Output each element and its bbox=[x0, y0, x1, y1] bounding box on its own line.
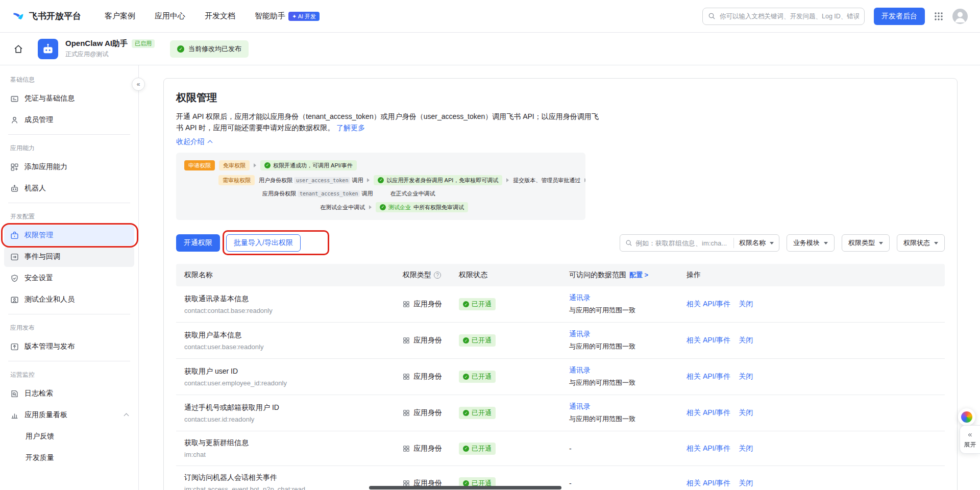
data-scope-cell: 通讯录 与应用的可用范围一致 bbox=[569, 293, 687, 315]
nav-item-dev-docs[interactable]: 开发文档 bbox=[205, 11, 235, 21]
sidebar-item-credentials[interactable]: 凭证与基础信息 bbox=[4, 88, 134, 109]
sidebar-item-label: 日志检索 bbox=[24, 389, 53, 398]
related-api-link[interactable]: 相关 API/事件 bbox=[687, 408, 730, 418]
sidebar-item-label: 事件与回调 bbox=[24, 252, 60, 261]
flow-arrow-icon bbox=[254, 163, 256, 167]
sidebar-item-events[interactable]: 事件与回调 bbox=[4, 247, 134, 267]
col-permission-type: 权限类型 ? bbox=[403, 271, 459, 280]
toolbar: 开通权限 批量导入/导出权限 bbox=[176, 234, 945, 252]
nav-item-ai-assistant[interactable]: 智能助手 ✦ AI 开发 bbox=[255, 11, 320, 21]
collapse-intro-link[interactable]: 收起介绍 bbox=[176, 137, 212, 146]
open-permission-button[interactable]: 开通权限 bbox=[176, 234, 220, 252]
nav-item-app-center[interactable]: 应用中心 bbox=[155, 11, 185, 21]
scope-desc: 与应用的可用范围一致 bbox=[569, 306, 687, 315]
flow-row: 应用身份权限 tenant_access_token 调用 在正式企业中调试 bbox=[184, 190, 577, 198]
sidebar-item-members[interactable]: 成员管理 bbox=[4, 110, 134, 130]
filter-type-select[interactable]: 权限类型 bbox=[842, 234, 890, 252]
check-circle-icon: ✓ bbox=[264, 162, 271, 168]
close-permission-link[interactable]: 关闭 bbox=[739, 444, 753, 453]
log-search-icon bbox=[10, 389, 19, 398]
row-operations: 相关 API/事件 关闭 bbox=[687, 300, 945, 309]
scope-desc: 与应用的可用范围一致 bbox=[569, 414, 687, 424]
apps-grid-icon[interactable] bbox=[934, 12, 943, 21]
close-permission-link[interactable]: 关闭 bbox=[739, 372, 753, 381]
close-permission-link[interactable]: 关闭 bbox=[739, 408, 753, 418]
close-permission-link[interactable]: 关闭 bbox=[739, 336, 753, 345]
scope-link[interactable]: 通讯录 bbox=[569, 366, 591, 374]
flow-success-chip: ✓ 以应用开发者身份调用 API，免审核即可调试 bbox=[374, 175, 502, 185]
permission-code: contact:user.base:readonly bbox=[184, 343, 403, 351]
expand-panel-button[interactable]: « 展开 bbox=[960, 425, 980, 454]
sidebar-item-label: 添加应用能力 bbox=[24, 162, 67, 172]
sidebar-item-bot[interactable]: 机器人 bbox=[4, 178, 134, 199]
related-api-link[interactable]: 相关 API/事件 bbox=[687, 372, 730, 381]
sidebar-item-dev-quality[interactable]: 开发质量 bbox=[4, 448, 134, 468]
global-search-input[interactable] bbox=[720, 13, 859, 20]
nav-menu: 客户案例 应用中心 开发文档 智能助手 ✦ AI 开发 bbox=[105, 11, 320, 21]
sidebar-item-version[interactable]: 版本管理与发布 bbox=[4, 336, 134, 357]
avatar[interactable] bbox=[952, 9, 968, 24]
close-permission-link[interactable]: 关闭 bbox=[739, 479, 753, 488]
app-logo bbox=[38, 39, 58, 59]
assistant-fab[interactable] bbox=[958, 408, 975, 426]
info-icon[interactable]: ? bbox=[434, 272, 441, 279]
filter-status-select[interactable]: 权限状态 bbox=[897, 234, 945, 252]
check-circle-icon: ✓ bbox=[463, 410, 469, 416]
learn-more-link[interactable]: 了解更多 bbox=[336, 124, 365, 132]
table-row: 获取通讯录基本信息 contact:contact.base:readonly … bbox=[176, 286, 945, 323]
brand[interactable]: 飞书开放平台 bbox=[12, 10, 81, 22]
sidebar-item-security[interactable]: 安全设置 bbox=[4, 268, 134, 288]
nav-item-customer-cases[interactable]: 客户案例 bbox=[105, 11, 135, 21]
permission-name: 获取通讯录基本信息 bbox=[184, 295, 403, 304]
related-api-link[interactable]: 相关 API/事件 bbox=[687, 444, 730, 453]
close-permission-link[interactable]: 关闭 bbox=[739, 300, 753, 309]
flow-step-text: 在测试企业中调试 bbox=[320, 204, 365, 211]
sidebar-divider bbox=[8, 361, 130, 361]
sidebar-item-logs[interactable]: 日志检索 bbox=[4, 383, 134, 404]
publish-status-badge: ✓ 当前修改均已发布 bbox=[170, 40, 249, 58]
check-circle-icon: ✓ bbox=[378, 177, 384, 183]
nav-item-label: 客户案例 bbox=[105, 11, 135, 21]
filter-category-select[interactable]: 权限名称 bbox=[734, 238, 779, 248]
scope-link[interactable]: 通讯录 bbox=[569, 402, 591, 410]
sidebar-item-permission[interactable]: 权限管理 bbox=[4, 225, 134, 246]
sidebar-item-quality-board[interactable]: 应用质量看板 bbox=[4, 405, 134, 425]
related-api-link[interactable]: 相关 API/事件 bbox=[687, 336, 730, 345]
scope-empty: - bbox=[569, 445, 572, 453]
sidebar-collapse-button[interactable]: « bbox=[132, 78, 145, 91]
permission-name: 获取用户基本信息 bbox=[184, 331, 403, 340]
permission-type: 应用身份 bbox=[403, 372, 459, 381]
sidebar-item-test-org[interactable]: 测试企业和人员 bbox=[4, 289, 134, 310]
scope-link[interactable]: 通讯录 bbox=[569, 330, 591, 338]
sidebar-item-user-feedback[interactable]: 用户反馈 bbox=[4, 426, 134, 447]
table-row: 获取用户 user ID contact:user.employee_id:re… bbox=[176, 359, 945, 395]
status-badge: ✓ 已开通 bbox=[459, 407, 496, 419]
description-text: 开通 API 权限后，应用才能以应用身份（tenant_access_token… bbox=[176, 112, 599, 132]
permission-type: 应用身份 bbox=[403, 444, 459, 453]
check-circle-icon: ✓ bbox=[463, 446, 469, 452]
scope-link[interactable]: 通讯录 bbox=[569, 293, 591, 302]
developer-console-button[interactable]: 开发者后台 bbox=[874, 8, 925, 25]
batch-import-export-button[interactable]: 批量导入/导出权限 bbox=[226, 234, 301, 252]
permission-search-input[interactable] bbox=[632, 239, 733, 247]
flow-arrow-icon bbox=[506, 178, 509, 182]
chevron-up-icon[interactable] bbox=[124, 413, 129, 419]
check-circle-icon: ✓ bbox=[463, 337, 469, 344]
filter-bar: 权限名称 业务模块 权限类型 权限状态 bbox=[620, 234, 945, 252]
home-icon[interactable] bbox=[13, 44, 23, 54]
related-api-link[interactable]: 相关 API/事件 bbox=[687, 479, 730, 488]
navbar-right: 开发者后台 bbox=[702, 8, 968, 25]
sidebar-item-add-capability[interactable]: 添加应用能力 bbox=[4, 157, 134, 177]
collapse-intro-label: 收起介绍 bbox=[176, 137, 205, 146]
scope-config-link[interactable]: 配置 > bbox=[629, 271, 648, 280]
feishu-logo-icon bbox=[12, 10, 24, 22]
app-meta: OpenClaw AI助手 已启用 正式应用@测试 bbox=[65, 39, 155, 59]
flow-arrow-icon bbox=[367, 178, 370, 182]
global-search[interactable] bbox=[702, 8, 865, 25]
filter-module-select[interactable]: 业务模块 bbox=[787, 234, 835, 252]
sidebar-item-label: 测试企业和人员 bbox=[24, 295, 75, 304]
sidebar-item-label: 应用质量看板 bbox=[24, 410, 67, 420]
horizontal-scrollbar-thumb[interactable] bbox=[369, 486, 561, 489]
related-api-link[interactable]: 相关 API/事件 bbox=[687, 300, 730, 309]
app-identity-icon bbox=[403, 445, 410, 452]
